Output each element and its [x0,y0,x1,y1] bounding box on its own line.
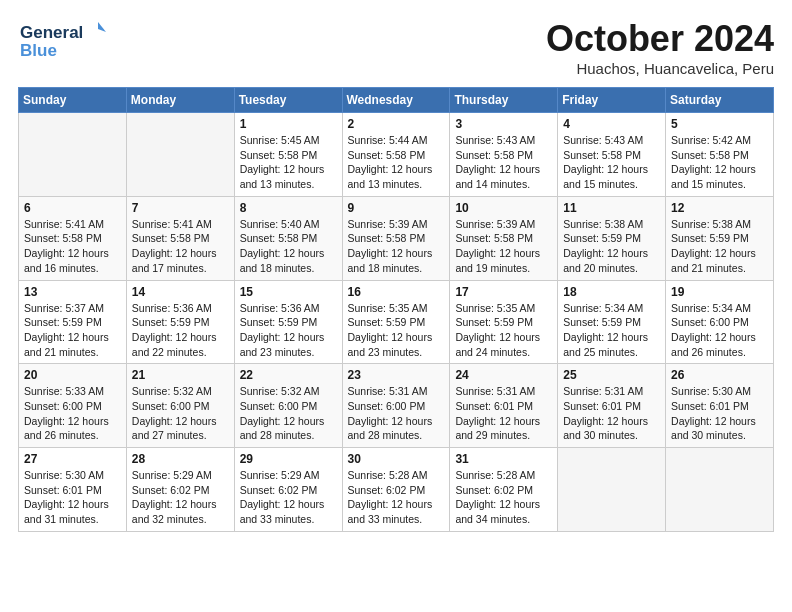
day-number: 29 [240,452,337,466]
day-number: 28 [132,452,229,466]
week-row-3: 13Sunrise: 5:37 AM Sunset: 5:59 PM Dayli… [19,280,774,364]
day-number: 21 [132,368,229,382]
day-number: 19 [671,285,768,299]
day-info: Sunrise: 5:39 AM Sunset: 5:58 PM Dayligh… [455,217,552,276]
day-cell-25: 25Sunrise: 5:31 AM Sunset: 6:01 PM Dayli… [558,364,666,448]
weekday-header-tuesday: Tuesday [234,88,342,113]
day-cell-19: 19Sunrise: 5:34 AM Sunset: 6:00 PM Dayli… [666,280,774,364]
header: General Blue October 2024 Huachos, Huanc… [18,18,774,77]
day-cell-10: 10Sunrise: 5:39 AM Sunset: 5:58 PM Dayli… [450,196,558,280]
day-cell-2: 2Sunrise: 5:44 AM Sunset: 5:58 PM Daylig… [342,113,450,197]
day-info: Sunrise: 5:31 AM Sunset: 6:01 PM Dayligh… [563,384,660,443]
day-number: 6 [24,201,121,215]
day-cell-17: 17Sunrise: 5:35 AM Sunset: 5:59 PM Dayli… [450,280,558,364]
day-number: 11 [563,201,660,215]
day-info: Sunrise: 5:31 AM Sunset: 6:01 PM Dayligh… [455,384,552,443]
day-cell-9: 9Sunrise: 5:39 AM Sunset: 5:58 PM Daylig… [342,196,450,280]
day-cell-20: 20Sunrise: 5:33 AM Sunset: 6:00 PM Dayli… [19,364,127,448]
day-cell-empty [666,448,774,532]
day-number: 7 [132,201,229,215]
day-info: Sunrise: 5:37 AM Sunset: 5:59 PM Dayligh… [24,301,121,360]
day-number: 25 [563,368,660,382]
svg-text:General: General [20,23,83,42]
day-cell-14: 14Sunrise: 5:36 AM Sunset: 5:59 PM Dayli… [126,280,234,364]
day-info: Sunrise: 5:32 AM Sunset: 6:00 PM Dayligh… [132,384,229,443]
day-cell-18: 18Sunrise: 5:34 AM Sunset: 5:59 PM Dayli… [558,280,666,364]
weekday-header-monday: Monday [126,88,234,113]
day-info: Sunrise: 5:34 AM Sunset: 6:00 PM Dayligh… [671,301,768,360]
svg-text:Blue: Blue [20,41,57,60]
day-info: Sunrise: 5:43 AM Sunset: 5:58 PM Dayligh… [455,133,552,192]
day-cell-13: 13Sunrise: 5:37 AM Sunset: 5:59 PM Dayli… [19,280,127,364]
day-number: 2 [348,117,445,131]
day-number: 9 [348,201,445,215]
day-cell-30: 30Sunrise: 5:28 AM Sunset: 6:02 PM Dayli… [342,448,450,532]
day-info: Sunrise: 5:42 AM Sunset: 5:58 PM Dayligh… [671,133,768,192]
page: General Blue October 2024 Huachos, Huanc… [0,0,792,612]
day-cell-22: 22Sunrise: 5:32 AM Sunset: 6:00 PM Dayli… [234,364,342,448]
logo: General Blue [18,18,108,62]
weekday-header-saturday: Saturday [666,88,774,113]
weekday-header-wednesday: Wednesday [342,88,450,113]
day-cell-empty [19,113,127,197]
day-cell-3: 3Sunrise: 5:43 AM Sunset: 5:58 PM Daylig… [450,113,558,197]
day-number: 5 [671,117,768,131]
day-number: 24 [455,368,552,382]
day-info: Sunrise: 5:35 AM Sunset: 5:59 PM Dayligh… [348,301,445,360]
logo-svg: General Blue [18,18,108,62]
day-info: Sunrise: 5:39 AM Sunset: 5:58 PM Dayligh… [348,217,445,276]
day-cell-6: 6Sunrise: 5:41 AM Sunset: 5:58 PM Daylig… [19,196,127,280]
day-number: 23 [348,368,445,382]
weekday-header-friday: Friday [558,88,666,113]
week-row-1: 1Sunrise: 5:45 AM Sunset: 5:58 PM Daylig… [19,113,774,197]
day-info: Sunrise: 5:38 AM Sunset: 5:59 PM Dayligh… [671,217,768,276]
day-cell-23: 23Sunrise: 5:31 AM Sunset: 6:00 PM Dayli… [342,364,450,448]
location: Huachos, Huancavelica, Peru [546,60,774,77]
day-info: Sunrise: 5:33 AM Sunset: 6:00 PM Dayligh… [24,384,121,443]
day-info: Sunrise: 5:40 AM Sunset: 5:58 PM Dayligh… [240,217,337,276]
day-info: Sunrise: 5:36 AM Sunset: 5:59 PM Dayligh… [240,301,337,360]
day-number: 22 [240,368,337,382]
day-number: 12 [671,201,768,215]
day-cell-5: 5Sunrise: 5:42 AM Sunset: 5:58 PM Daylig… [666,113,774,197]
day-info: Sunrise: 5:34 AM Sunset: 5:59 PM Dayligh… [563,301,660,360]
day-cell-empty [558,448,666,532]
day-cell-empty [126,113,234,197]
day-cell-15: 15Sunrise: 5:36 AM Sunset: 5:59 PM Dayli… [234,280,342,364]
day-info: Sunrise: 5:36 AM Sunset: 5:59 PM Dayligh… [132,301,229,360]
weekday-header-sunday: Sunday [19,88,127,113]
week-row-5: 27Sunrise: 5:30 AM Sunset: 6:01 PM Dayli… [19,448,774,532]
day-number: 27 [24,452,121,466]
day-info: Sunrise: 5:29 AM Sunset: 6:02 PM Dayligh… [132,468,229,527]
calendar: SundayMondayTuesdayWednesdayThursdayFrid… [18,87,774,532]
weekday-header-row: SundayMondayTuesdayWednesdayThursdayFrid… [19,88,774,113]
day-number: 18 [563,285,660,299]
week-row-2: 6Sunrise: 5:41 AM Sunset: 5:58 PM Daylig… [19,196,774,280]
day-cell-16: 16Sunrise: 5:35 AM Sunset: 5:59 PM Dayli… [342,280,450,364]
day-info: Sunrise: 5:30 AM Sunset: 6:01 PM Dayligh… [24,468,121,527]
day-info: Sunrise: 5:28 AM Sunset: 6:02 PM Dayligh… [348,468,445,527]
day-number: 20 [24,368,121,382]
day-number: 15 [240,285,337,299]
day-info: Sunrise: 5:38 AM Sunset: 5:59 PM Dayligh… [563,217,660,276]
day-number: 30 [348,452,445,466]
day-number: 8 [240,201,337,215]
day-number: 17 [455,285,552,299]
day-cell-11: 11Sunrise: 5:38 AM Sunset: 5:59 PM Dayli… [558,196,666,280]
title-block: October 2024 Huachos, Huancavelica, Peru [546,18,774,77]
day-cell-7: 7Sunrise: 5:41 AM Sunset: 5:58 PM Daylig… [126,196,234,280]
month-title: October 2024 [546,18,774,60]
day-cell-27: 27Sunrise: 5:30 AM Sunset: 6:01 PM Dayli… [19,448,127,532]
day-info: Sunrise: 5:43 AM Sunset: 5:58 PM Dayligh… [563,133,660,192]
day-info: Sunrise: 5:29 AM Sunset: 6:02 PM Dayligh… [240,468,337,527]
day-number: 31 [455,452,552,466]
day-cell-24: 24Sunrise: 5:31 AM Sunset: 6:01 PM Dayli… [450,364,558,448]
day-cell-8: 8Sunrise: 5:40 AM Sunset: 5:58 PM Daylig… [234,196,342,280]
day-number: 4 [563,117,660,131]
day-number: 14 [132,285,229,299]
day-cell-21: 21Sunrise: 5:32 AM Sunset: 6:00 PM Dayli… [126,364,234,448]
day-cell-28: 28Sunrise: 5:29 AM Sunset: 6:02 PM Dayli… [126,448,234,532]
day-cell-31: 31Sunrise: 5:28 AM Sunset: 6:02 PM Dayli… [450,448,558,532]
day-info: Sunrise: 5:32 AM Sunset: 6:00 PM Dayligh… [240,384,337,443]
day-number: 3 [455,117,552,131]
